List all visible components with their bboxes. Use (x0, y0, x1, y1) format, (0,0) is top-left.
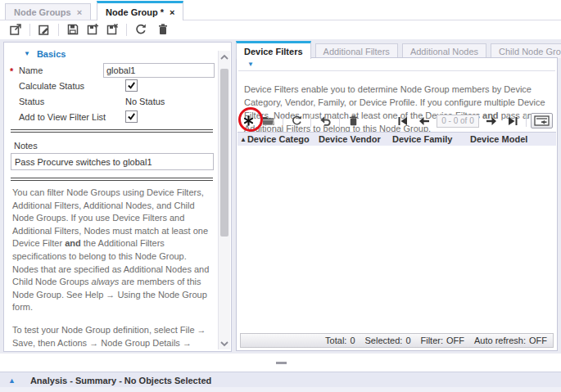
trash-icon (347, 115, 360, 127)
add-to-view-filter-row: Add to View Filter List (9, 109, 215, 124)
last-page-icon (508, 116, 518, 126)
toolbar-separator (526, 115, 527, 127)
pagination-range-input[interactable] (437, 115, 479, 128)
new-device-filter-button[interactable] (242, 114, 256, 128)
tab-node-group-label: Node Group * (106, 7, 164, 17)
filters-tab-strip: Device Filters Additional Filters Additi… (236, 40, 558, 58)
new-item-asterisk-icon (242, 115, 255, 127)
toolbar-separator (58, 24, 59, 36)
tab-device-filters[interactable]: Device Filters (236, 41, 311, 59)
refresh-button[interactable] (133, 22, 148, 37)
table-header-row: ▲ Device Catego Device Vendor Device Fam… (238, 132, 556, 146)
calculate-status-checkbox[interactable] (125, 79, 138, 92)
section-divider (11, 129, 213, 133)
edit-icon (38, 23, 51, 36)
save-button[interactable] (66, 22, 80, 37)
refresh-icon (134, 23, 147, 36)
toolbar-separator (339, 115, 340, 127)
save-and-new-icon (86, 23, 99, 36)
save-and-close-button[interactable] (105, 22, 120, 37)
help-paragraph-2: To test your Node Group definition, sele… (12, 324, 213, 352)
section-divider (11, 178, 213, 181)
divider (238, 70, 555, 71)
window-tab-strip: Node Groups × Node Group * × (0, 0, 561, 20)
toolbar-separator (126, 24, 127, 36)
selected-count: Selected:0 (365, 336, 411, 345)
tab-node-groups[interactable]: Node Groups × (5, 3, 91, 20)
table-status-bar: Total:0 Selected:0 Filter:OFF Auto refre… (240, 333, 554, 348)
refresh-icon (291, 115, 303, 127)
restore-panel-button[interactable] (531, 113, 553, 128)
save-and-close-icon (106, 23, 119, 36)
form-toolbar (0, 20, 561, 38)
node-group-form-panel: ▼ Basics * Name Calculate Status (3, 42, 232, 352)
folder-icon (261, 115, 275, 127)
total-count: Total:0 (325, 336, 355, 345)
auto-refresh-status: Auto refresh:OFF (474, 336, 547, 345)
analysis-bar-label: Analysis - Summary - No Objects Selected (30, 376, 211, 385)
last-page-button[interactable] (507, 115, 519, 127)
column-header-device-model[interactable]: Device Model (468, 134, 556, 144)
first-page-icon (397, 116, 408, 126)
status-value: No Status (125, 97, 165, 106)
toolbar-separator (310, 115, 311, 127)
delete-button[interactable] (156, 22, 170, 37)
tab-child-node-groups[interactable]: Child Node Groups (491, 43, 561, 58)
column-header-device-family[interactable]: Device Family (390, 134, 468, 144)
notes-label: Notes (9, 137, 215, 153)
open-in-new-window-icon (9, 23, 22, 36)
scroll-down-button[interactable] (219, 338, 230, 349)
tab-additional-nodes[interactable]: Additional Nodes (402, 43, 486, 58)
close-icon[interactable]: × (77, 7, 82, 17)
collapse-icon[interactable]: ▼ (24, 51, 30, 57)
collapse-description-icon[interactable]: ▼ (247, 61, 254, 68)
open-button[interactable] (260, 114, 276, 128)
arrow-right-icon (486, 116, 497, 126)
refresh-table-button[interactable] (290, 114, 304, 128)
tab-node-groups-label: Node Groups (14, 7, 71, 17)
open-in-new-window-button[interactable] (8, 22, 23, 37)
chevron-down-icon (220, 341, 228, 347)
column-header-device-vendor[interactable]: Device Vendor (316, 134, 390, 144)
calculate-status-row: Calculate Status (9, 78, 215, 93)
device-filters-tab-body: ▼ Device Filters enable you to determine… (236, 57, 558, 351)
previous-page-button[interactable] (418, 115, 431, 127)
notes-input[interactable] (11, 153, 214, 170)
close-icon[interactable]: × (170, 7, 174, 17)
restore-panel-icon (534, 115, 550, 126)
table-body-empty[interactable] (238, 146, 556, 331)
scrollbar-thumb[interactable] (220, 69, 228, 237)
sort-ascending-icon: ▲ (240, 136, 247, 143)
splitter-handle[interactable] (276, 362, 287, 364)
calculate-status-label: Calculate Status (9, 81, 125, 91)
undo-button[interactable] (318, 115, 333, 128)
scroll-up-button[interactable] (219, 51, 230, 62)
status-row: Status No Status (9, 93, 215, 109)
add-to-view-filter-checkbox[interactable] (125, 110, 138, 123)
save-and-new-button[interactable] (85, 22, 100, 37)
tab-additional-filters[interactable]: Additional Filters (315, 43, 398, 58)
arrow-left-icon (418, 116, 430, 126)
name-label: * Name (9, 65, 103, 75)
expand-analysis-icon[interactable]: ▲ (8, 376, 16, 385)
column-header-device-category[interactable]: ▲ Device Catego (238, 134, 316, 144)
toolbar-separator (29, 24, 30, 36)
add-to-view-filter-label: Add to View Filter List (9, 112, 125, 122)
status-label: Status (9, 97, 125, 106)
edit-button[interactable] (37, 22, 52, 37)
trash-icon (156, 23, 170, 36)
tab-node-group[interactable]: Node Group * × (97, 1, 183, 20)
vertical-scrollbar[interactable] (218, 51, 230, 349)
filter-status: Filter:OFF (421, 336, 465, 345)
basics-section-header[interactable]: ▼ Basics (9, 46, 215, 62)
delete-row-button[interactable] (346, 114, 360, 128)
bottom-strip (0, 387, 561, 392)
checkmark-icon (127, 112, 136, 121)
first-page-button[interactable] (396, 115, 409, 127)
save-icon (66, 23, 79, 36)
name-input[interactable] (103, 63, 215, 78)
analysis-bar[interactable]: ▲ Analysis - Summary - No Objects Select… (0, 372, 561, 388)
basics-section-title: Basics (37, 49, 66, 59)
next-page-button[interactable] (485, 115, 498, 127)
help-paragraph-1: You can filter Node Groups using Device … (12, 187, 213, 314)
